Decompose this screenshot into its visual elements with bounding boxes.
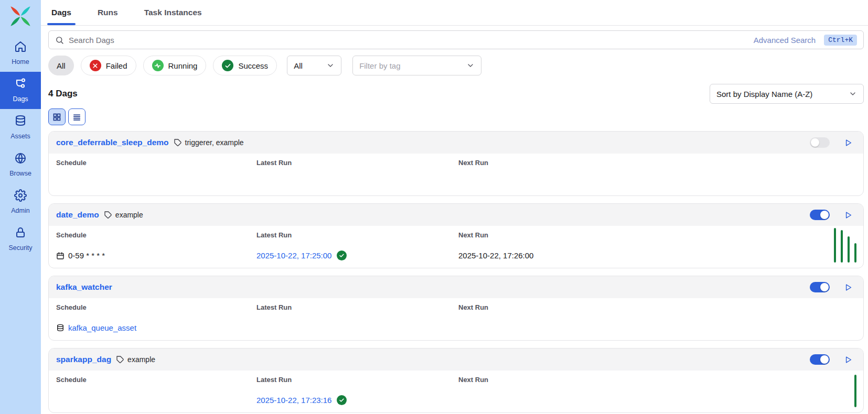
sidebar-item-home[interactable]: Home (0, 35, 41, 72)
tab-dags[interactable]: Dags (48, 0, 74, 25)
dags-page: Advanced Search Ctrl+K All Failed (41, 26, 868, 413)
sidebar-item-assets[interactable]: Assets (0, 109, 41, 146)
table-view-button[interactable] (68, 108, 85, 125)
dag-card-body: Schedule Latest Run 2025-10-22, 17:23:16… (49, 371, 863, 412)
next-run-column-label: Next Run (458, 376, 856, 384)
pause-toggle[interactable] (810, 137, 830, 148)
next-run-column: Next Run 2025-10-22, 17:26:00 (458, 231, 856, 261)
dag-list: core_deferrable_sleep_demo triggerer, ex… (48, 131, 864, 413)
tag-icon (104, 211, 112, 219)
filter-pill-failed[interactable]: Failed (81, 56, 136, 75)
latest-run-value (256, 178, 458, 189)
gear-icon (14, 189, 27, 204)
latest-run-column-label: Latest Run (256, 231, 458, 239)
dag-card-header: date_demo example (49, 204, 863, 226)
activity-circle-icon (152, 60, 164, 71)
run-bar[interactable] (841, 230, 843, 263)
run-bar[interactable] (854, 243, 856, 263)
latest-run-link[interactable]: 2025-10-22, 17:25:00 (256, 251, 331, 260)
play-icon (844, 138, 853, 147)
pause-toggle[interactable] (810, 354, 830, 365)
next-run-column-label: Next Run (458, 303, 856, 311)
latest-run-column: Latest Run (256, 303, 458, 333)
list-icon (72, 113, 81, 122)
sidebar-item-browse[interactable]: Browse (0, 146, 41, 183)
run-bar[interactable] (834, 228, 836, 263)
run-bars (834, 228, 856, 263)
dag-card-header: kafka_watcher (49, 276, 863, 298)
tag-filter-placeholder: Filter by tag (359, 61, 400, 70)
latest-run-link[interactable]: 2025-10-22, 17:23:16 (256, 396, 331, 405)
dag-card-header: sparkapp_dag example (49, 348, 863, 371)
next-run-text: 2025-10-22, 17:26:00 (458, 251, 533, 260)
next-run-value (458, 178, 856, 189)
sidebar: Home Dags Assets (0, 0, 41, 414)
filter-pill-all[interactable]: All (48, 56, 74, 75)
dag-tags: example (116, 355, 155, 364)
sidebar-item-dags[interactable]: Dags (0, 72, 41, 109)
next-run-column: Next Run (458, 376, 856, 406)
schedule-column: Schedule (56, 159, 256, 189)
sidebar-item-label: Home (12, 58, 29, 66)
success-badge-icon (337, 395, 347, 405)
run-bars (854, 375, 856, 407)
latest-run-column: Latest Run 2025-10-22, 17:23:16 (256, 376, 458, 406)
latest-run-column: Latest Run 2025-10-22, 17:25:00 (256, 231, 458, 261)
dag-name-link[interactable]: core_deferrable_sleep_demo (56, 138, 169, 147)
tab-task-instances[interactable]: Task Instances (141, 0, 205, 25)
chevron-down-icon (466, 61, 475, 70)
next-run-value: 2025-10-22, 17:26:00 (458, 250, 856, 261)
dag-card-actions (810, 282, 856, 292)
dag-name-link[interactable]: kafka_watcher (56, 282, 112, 292)
airflow-logo-icon (8, 4, 33, 28)
filter-pill-running[interactable]: Running (143, 56, 207, 75)
app-root: Home Dags Assets (0, 0, 868, 414)
schedule-column: Schedule kafka_queue_asset (56, 303, 256, 333)
dag-card-body: Schedule kafka_queue_asset Latest Run Ne… (49, 298, 863, 340)
sidebar-item-label: Dags (13, 95, 28, 103)
tab-bar: Dags Runs Task Instances (41, 0, 868, 26)
dag-name-link[interactable]: sparkapp_dag (56, 355, 111, 364)
toggle-knob (811, 138, 819, 147)
sidebar-item-security[interactable]: Security (0, 221, 41, 258)
search-dags-input[interactable] (69, 36, 754, 45)
schedule-column-label: Schedule (56, 231, 256, 239)
dag-tags: example (104, 211, 143, 219)
tag-filter-select[interactable]: Filter by tag (352, 56, 481, 75)
dag-tag-list: example (115, 211, 143, 219)
filter-pill-success[interactable]: Success (213, 56, 277, 75)
sidebar-item-label: Assets (10, 133, 30, 140)
dag-name-link[interactable]: date_demo (56, 210, 99, 220)
pause-toggle[interactable] (810, 210, 830, 220)
next-run-value (458, 395, 856, 406)
sidebar-item-label: Browse (9, 170, 31, 177)
advanced-search-link[interactable]: Advanced Search (754, 36, 816, 45)
latest-run-value: 2025-10-22, 17:25:00 (256, 250, 458, 261)
sidebar-item-label: Security (8, 244, 32, 252)
tab-runs[interactable]: Runs (94, 0, 121, 25)
play-icon (844, 211, 853, 220)
trigger-dag-button[interactable] (844, 283, 853, 292)
grid-icon (52, 113, 61, 122)
dag-card-header: core_deferrable_sleep_demo triggerer, ex… (49, 132, 863, 154)
view-toggle-group (48, 108, 864, 125)
trigger-dag-button[interactable] (844, 355, 853, 364)
dag-branch-icon (14, 78, 27, 92)
pause-toggle[interactable] (810, 282, 830, 292)
pill-label: Success (238, 61, 268, 70)
sidebar-item-admin[interactable]: Admin (0, 183, 41, 221)
trigger-dag-button[interactable] (844, 138, 853, 147)
schedule-text[interactable]: kafka_queue_asset (68, 323, 136, 332)
trigger-dag-button[interactable] (844, 211, 853, 220)
run-bar[interactable] (854, 375, 856, 407)
run-bar[interactable] (848, 236, 850, 263)
card-view-button[interactable] (48, 108, 66, 125)
dag-card: sparkapp_dag example Schedule Latest Run (48, 348, 864, 413)
next-run-column-label: Next Run (458, 231, 856, 239)
sort-select[interactable]: Sort by Display Name (A-Z) (710, 84, 864, 104)
tag-icon (116, 355, 124, 364)
paused-filter-select[interactable]: All (287, 56, 341, 75)
schedule-text[interactable]: 0-59 * * * * (68, 251, 105, 260)
dag-card-actions (810, 137, 856, 148)
schedule-column-label: Schedule (56, 159, 256, 167)
